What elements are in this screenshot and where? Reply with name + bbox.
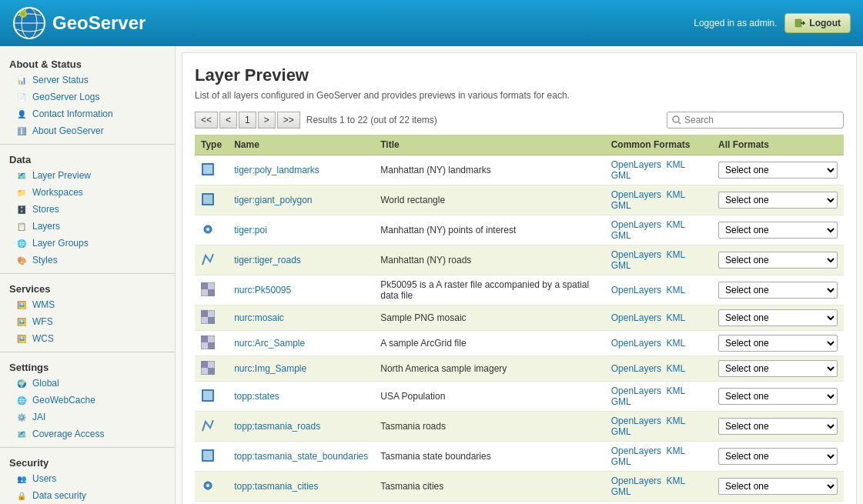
format-link-kml[interactable]: KML — [666, 386, 685, 396]
format-link-kml[interactable]: KML — [666, 416, 685, 426]
layer-name-link[interactable]: tiger:tiger_roads — [234, 255, 301, 265]
format-link-kml[interactable]: KML — [666, 189, 685, 200]
logout-button[interactable]: Logout — [784, 13, 851, 33]
logo-area[interactable]: GeoServer — [12, 6, 146, 40]
sidebar-item-jai[interactable]: ⚙️ JAI — [0, 409, 175, 426]
layer-name-link[interactable]: nurc:Arc_Sample — [234, 338, 305, 349]
search-input[interactable] — [684, 115, 838, 125]
sidebar-item-wfs[interactable]: 🖼️ WFS — [0, 313, 175, 330]
cell-name: tiger:giant_polygon — [228, 185, 374, 215]
format-link-openlayers[interactable]: OpenLayers — [611, 189, 661, 200]
sidebar-item-global[interactable]: 🌍 Global — [0, 375, 175, 392]
sidebar-item-coverage-access[interactable]: 🗺️ Coverage Access — [0, 426, 175, 442]
format-link-openlayers[interactable]: OpenLayers — [611, 312, 661, 323]
cell-all-formats: Select one OpenLayers KML GML PNG PDF SV… — [712, 245, 844, 275]
format-select[interactable]: Select one OpenLayers KML GML PNG PDF SV… — [718, 335, 838, 352]
format-link-gml[interactable]: GML — [611, 170, 631, 181]
cell-all-formats: Select one OpenLayers KML GML PNG PDF SV… — [712, 331, 844, 356]
format-select[interactable]: Select one OpenLayers KML GML PNG PDF SV… — [718, 192, 838, 209]
next-page-button[interactable]: > — [258, 112, 276, 129]
format-select[interactable]: Select one OpenLayers KML GML PNG PDF SV… — [718, 478, 838, 495]
sidebar-item-data-security[interactable]: 🔒 Data security — [0, 487, 175, 504]
format-link-gml[interactable]: GML — [611, 396, 631, 407]
format-link-gml[interactable]: GML — [611, 230, 631, 241]
format-link-openlayers[interactable]: OpenLayers — [611, 446, 661, 456]
cell-common-formats: OpenLayers KML — [605, 331, 712, 356]
layer-name-link[interactable]: topp:tasmania_cities — [234, 481, 318, 492]
sidebar-item-wcs[interactable]: 🖼️ WCS — [0, 330, 175, 347]
format-link-gml[interactable]: GML — [611, 426, 631, 437]
layer-name-link[interactable]: topp:states — [234, 391, 279, 402]
sidebar-item-layers[interactable]: 📋 Layers — [0, 218, 175, 235]
format-link-kml[interactable]: KML — [666, 249, 685, 260]
format-select[interactable]: Select one OpenLayers KML GML PNG PDF SV… — [718, 162, 838, 179]
format-link-kml[interactable]: KML — [666, 446, 685, 456]
layer-name-link[interactable]: nurc:mosaic — [234, 312, 284, 323]
format-link-openlayers[interactable]: OpenLayers — [611, 219, 661, 230]
svg-marker-10 — [202, 164, 213, 175]
format-link-kml[interactable]: KML — [666, 338, 685, 349]
table-row: tiger:giant_polygonWorld rectangleOpenLa… — [195, 185, 844, 215]
format-link-kml[interactable]: KML — [666, 159, 685, 170]
sidebar-label: WCS — [32, 333, 54, 344]
sidebar-item-layer-groups[interactable]: 🌐 Layer Groups — [0, 235, 175, 252]
format-link-gml[interactable]: GML — [611, 456, 631, 467]
format-link-kml[interactable]: KML — [666, 312, 685, 323]
sidebar-item-stores[interactable]: 🗄️ Stores — [0, 201, 175, 218]
format-link-gml[interactable]: GML — [611, 486, 631, 497]
layer-name-link[interactable]: nurc:Pk50095 — [234, 285, 291, 295]
cell-all-formats: Select one OpenLayers KML GML PNG PDF SV… — [712, 275, 844, 305]
format-link-openlayers[interactable]: OpenLayers — [611, 363, 661, 374]
layer-name-link[interactable]: tiger:poi — [234, 225, 267, 235]
format-select[interactable]: Select one OpenLayers KML GML PNG PDF SV… — [718, 448, 838, 465]
table-row: nurc:Pk50095Pk50095 is a A raster file a… — [195, 275, 844, 305]
format-link-openlayers[interactable]: OpenLayers — [611, 338, 661, 349]
sidebar-item-contact[interactable]: 👤 Contact Information — [0, 105, 175, 122]
sidebar-item-layer-preview[interactable]: 🗺️ Layer Preview — [0, 167, 175, 184]
format-link-openlayers[interactable]: OpenLayers — [611, 386, 661, 396]
format-select[interactable]: Select one OpenLayers KML GML PNG PDF SV… — [718, 282, 838, 299]
sidebar-item-styles[interactable]: 🎨 Styles — [0, 252, 175, 269]
layer-name-link[interactable]: tiger:giant_polygon — [234, 195, 312, 205]
format-link-openlayers[interactable]: OpenLayers — [611, 416, 661, 426]
cell-title: Tasmania roads — [374, 412, 604, 442]
format-link-kml[interactable]: KML — [666, 219, 685, 230]
format-select[interactable]: Select one OpenLayers KML GML PNG PDF SV… — [718, 388, 838, 405]
format-link-openlayers[interactable]: OpenLayers — [611, 159, 661, 170]
format-select[interactable]: Select one OpenLayers KML GML PNG PDF SV… — [718, 360, 838, 377]
table-header-row: Type Name Title Common Formats All Forma… — [195, 135, 844, 155]
current-page-button[interactable]: 1 — [239, 112, 256, 129]
sidebar-label: Data security — [32, 490, 86, 501]
svg-rect-6 — [795, 19, 801, 27]
format-link-openlayers[interactable]: OpenLayers — [611, 285, 661, 295]
format-link-kml[interactable]: KML — [666, 363, 685, 374]
format-link-openlayers[interactable]: OpenLayers — [611, 476, 661, 486]
format-select[interactable]: Select one OpenLayers KML GML PNG PDF SV… — [718, 309, 838, 326]
layer-name-link[interactable]: nurc:Img_Sample — [234, 363, 306, 374]
sidebar-item-server-status[interactable]: 📊 Server Status — [0, 72, 175, 88]
first-page-button[interactable]: << — [195, 112, 218, 129]
sidebar-label: JAI — [32, 412, 45, 422]
sidebar-item-wms[interactable]: 🖼️ WMS — [0, 296, 175, 313]
format-link-kml[interactable]: KML — [666, 476, 685, 486]
format-select[interactable]: Select one OpenLayers KML GML PNG PDF SV… — [718, 418, 838, 435]
cell-common-formats: OpenLayers KML GML — [605, 442, 712, 472]
format-select[interactable]: Select one OpenLayers KML GML PNG PDF SV… — [718, 252, 838, 269]
layer-name-link[interactable]: topp:tasmania_state_boundaries — [234, 451, 368, 462]
layer-name-link[interactable]: tiger:poly_landmarks — [234, 165, 319, 175]
search-box — [667, 112, 844, 129]
format-link-gml[interactable]: GML — [611, 200, 631, 211]
table-row: topp:tasmania_roadsTasmania roadsOpenLay… — [195, 412, 844, 442]
prev-page-button[interactable]: < — [219, 112, 237, 129]
format-link-kml[interactable]: KML — [666, 285, 685, 295]
format-select[interactable]: Select one OpenLayers KML GML PNG PDF SV… — [718, 222, 838, 239]
layer-name-link[interactable]: topp:tasmania_roads — [234, 421, 320, 432]
format-link-gml[interactable]: GML — [611, 260, 631, 271]
sidebar-item-users[interactable]: 👥 Users — [0, 470, 175, 487]
sidebar-item-logs[interactable]: 📄 GeoServer Logs — [0, 88, 175, 105]
sidebar-item-geowebcache[interactable]: 🌐 GeoWebCache — [0, 392, 175, 409]
last-page-button[interactable]: >> — [277, 112, 300, 129]
format-link-openlayers[interactable]: OpenLayers — [611, 249, 661, 260]
sidebar-item-about[interactable]: ℹ️ About GeoServer — [0, 122, 175, 139]
sidebar-item-workspaces[interactable]: 📁 Workspaces — [0, 184, 175, 201]
